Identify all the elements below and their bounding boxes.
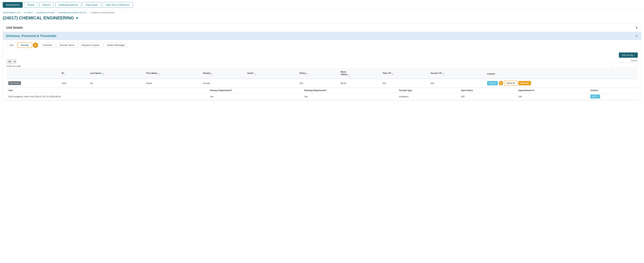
tab-threshold[interactable]: Threshold (39, 42, 56, 48)
dth-routing-dept: Routing Department? (302, 88, 397, 93)
th-policy[interactable]: Policy ▲▼ (297, 69, 339, 79)
dth-year: Year (6, 88, 208, 93)
tab-faculty[interactable]: Faculty (18, 42, 32, 48)
search-area: Search: (611, 59, 638, 67)
action-badge: 5 (499, 81, 503, 85)
detail-table: Year Primary Department? Routing Departm… (6, 88, 638, 100)
th-last-name[interactable]: Last Name ▲▼ (88, 69, 144, 79)
tree-icon[interactable]: ⇌ (76, 16, 78, 20)
add-faculty-row: Add Faculty + (3, 50, 641, 58)
cell-first-name: David (144, 79, 201, 88)
th-income-th[interactable]: Income TH ▲▼ (428, 69, 485, 79)
search-input[interactable] (611, 62, 638, 67)
search-label: Search: (631, 59, 638, 62)
detail-expanded-row: Year Primary Department? Routing Departm… (6, 88, 638, 100)
edit-button[interactable]: Edit De (487, 81, 498, 85)
divisions-title: Divisions, Personnel & Thresholds (6, 34, 56, 38)
detail-cell-faculty-type: Academic (397, 93, 459, 100)
breadcrumb-uc-davis[interactable]: UC DAVIS (24, 12, 33, 14)
unit-details-header: Unit Details ∨ (3, 23, 641, 32)
th-actions: Actions (485, 69, 638, 79)
dth-appointment-pct: Appointment % (516, 88, 588, 93)
tab-request-queue[interactable]: Request in Queue (78, 42, 103, 48)
detail-header-row: Year Primary Department? Routing Departm… (6, 88, 638, 93)
breadcrumb-eng-deans[interactable]: ENGINEERING DEANS OFFICE (58, 12, 86, 14)
detail-cell-primary-dept: Yes (208, 93, 302, 100)
entries-search-row: 25 50 100 entries per page Search: (3, 58, 641, 69)
tab-faculty-container: Faculty 4 (18, 42, 38, 48)
nav-help-text[interactable]: Help Text & Definitions (102, 2, 133, 8)
cell-base-salary: $0.00 (339, 79, 380, 88)
unit-details-collapse-icon[interactable]: ∨ (636, 26, 638, 29)
faculty-table: ID ▲▼ Last Name ▲▼ First Name ▲▼ Role(s)… (6, 69, 638, 100)
tab-bar: Unit Faculty 4 Threshold Summer Terms Re… (3, 40, 641, 50)
page-title: (24017) CHEMICAL ENGINEERING (3, 15, 74, 20)
th-hide (6, 69, 60, 79)
breadcrumb-academic-affairs[interactable]: ACADEMIC AFFAIRS (36, 12, 55, 14)
breadcrumb-dept-list[interactable]: DEPARTMENT LIST (3, 12, 20, 14)
breadcrumb-current: CHEMICAL ENGINEERING (91, 12, 115, 14)
cell-actions: Edit De 5 Delete 🗑 Become (485, 79, 638, 88)
tab-system-messages[interactable]: System Messages (104, 42, 128, 48)
th-time-th[interactable]: Time TH ▲▼ (380, 69, 428, 79)
th-base-salary[interactable]: BaseSalary ▲▼ (339, 69, 380, 79)
detail-cell-year: 2024 Academic Year From 2024-07-01 To 20… (6, 93, 208, 100)
cell-email: •••••••••••••••• (245, 79, 297, 88)
nav-notifications[interactable]: Notifications/Email (55, 2, 81, 8)
nav-people[interactable]: People (24, 2, 38, 8)
faculty-count-badge: 4 (33, 42, 38, 48)
unit-details-label: Unit Details (6, 26, 23, 29)
entries-label: entries per page (6, 65, 21, 67)
entries-per-page-select[interactable]: 25 50 100 (6, 59, 16, 64)
delete-button[interactable]: Delete 🗑 (504, 81, 517, 86)
detail-cell-appointment-pct: 100 (516, 93, 588, 100)
cell-roles: Faculty (201, 79, 245, 88)
cell-policy: 025 (297, 79, 339, 88)
actions-container: Edit De 5 Delete 🗑 Become (487, 81, 636, 86)
email-blurred: •••••••••••••••• (247, 82, 260, 84)
hide-details-button[interactable]: Hide Details (8, 81, 21, 85)
dth-apm-policy: Apm Policy (459, 88, 516, 93)
th-email[interactable]: Email ▲▼ (245, 69, 297, 79)
th-first-name[interactable]: First Name ▲▼ (144, 69, 201, 79)
nav-data-import[interactable]: Data Import (82, 2, 101, 8)
breadcrumb: DEPARTMENT LIST / UC DAVIS / ACADEMIC AF… (0, 10, 644, 14)
table-row: Hide Details 4291 He David Faculty •••••… (6, 79, 638, 88)
cell-id: 4291 (60, 79, 88, 88)
add-faculty-button[interactable]: Add Faculty + (619, 52, 638, 58)
detail-cell-routing-dept: Yes (302, 93, 397, 100)
th-id[interactable]: ID ▲▼ (60, 69, 88, 79)
nav-reports[interactable]: Reports (39, 2, 54, 8)
hide-details-cell: Hide Details (6, 79, 60, 88)
dth-primary-dept: Primary Department? (208, 88, 302, 93)
tab-unit[interactable]: Unit (6, 42, 16, 48)
dth-actions: Actions (588, 88, 638, 93)
detail-cell-apm-policy: 025 (459, 93, 516, 100)
divisions-header: Divisions, Personnel & Thresholds ∧ (3, 32, 641, 40)
entries-control: 25 50 100 entries per page (6, 59, 21, 67)
top-navigation: Departments People Reports Notifications… (0, 0, 644, 10)
detail-cell-actions: Edit ✎ (588, 93, 638, 100)
table-header-row: ID ▲▼ Last Name ▲▼ First Name ▲▼ Role(s)… (6, 69, 638, 79)
section-card: Unit Details ∨ Divisions, Personnel & Th… (3, 23, 641, 100)
tab-summer-terms[interactable]: Summer Terms (56, 42, 78, 48)
divisions-collapse-icon[interactable]: ∧ (636, 34, 638, 38)
dth-faculty-type: Faculty Type (397, 88, 459, 93)
cell-income-th: N/A (428, 79, 485, 88)
faculty-table-container: ID ▲▼ Last Name ▲▼ First Name ▲▼ Role(s)… (3, 69, 641, 100)
detail-data-row: 2024 Academic Year From 2024-07-01 To 20… (6, 93, 638, 100)
become-button[interactable]: Become (518, 81, 531, 85)
cell-time-th: 312 (380, 79, 428, 88)
nav-departments[interactable]: Departments (3, 2, 23, 8)
th-roles[interactable]: Role(s) ▲▼ (201, 69, 245, 79)
page-title-container: (24017) CHEMICAL ENGINEERING ⇌ (0, 14, 644, 23)
cell-last-name: He (88, 79, 144, 88)
detail-edit-button[interactable]: Edit ✎ (590, 94, 600, 98)
